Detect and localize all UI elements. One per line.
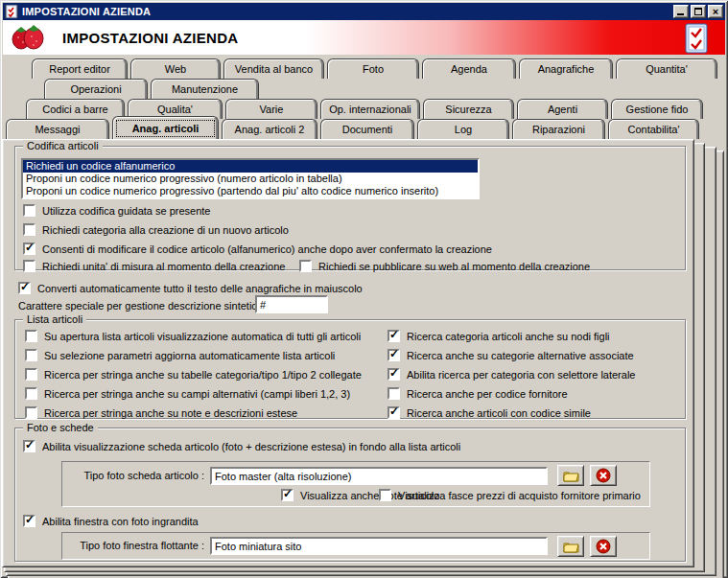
clear-foto-scheda-button[interactable] xyxy=(590,465,617,486)
checkbox-codice-simile: ✓ Ricerca anche articoli con codice simi… xyxy=(387,406,591,420)
tab-quantita[interactable]: Quantita' xyxy=(616,58,717,79)
tab-vendita-al-banco[interactable]: Vendita al banco xyxy=(223,58,324,79)
tipo-foto-flottante-label: Tipo foto finestra flottante : xyxy=(72,540,204,551)
codice-fornitore-checkbox[interactable] xyxy=(387,387,400,400)
carattere-speciale-label: Carattere speciale per gestione descrizi… xyxy=(18,300,269,312)
codifica-guidata-checkbox[interactable] xyxy=(23,204,35,217)
page-title: IMPOSTAZIONI AZIENDA xyxy=(62,30,239,46)
checkbox-codifica-guidata: Utilizza codifica guidata se presente xyxy=(23,204,210,218)
selezione-parametri-checkbox[interactable] xyxy=(25,349,37,361)
carattere-speciale-input[interactable] xyxy=(255,295,328,313)
maximize-button[interactable] xyxy=(691,5,706,18)
visualizza-note-checkbox[interactable]: ✓ xyxy=(281,489,294,501)
tab-operazioni[interactable]: Operazioni xyxy=(44,79,148,99)
tab-varie[interactable]: Varie xyxy=(225,99,317,119)
checkbox-richiedi-categoria: Richiedi categoria alla creazione di un … xyxy=(23,223,289,237)
group-foto-e-schede: Foto e schede ✓ Abilita visualizzazione … xyxy=(14,428,686,562)
list-item[interactable]: Richiedi un codice alfanumerico xyxy=(23,160,478,173)
checklist-icon xyxy=(685,23,708,54)
minimize-button[interactable] xyxy=(673,5,689,18)
tab-messaggi[interactable]: Messaggi xyxy=(6,119,109,139)
tab-agenti[interactable]: Agenti xyxy=(517,99,608,119)
header-band: IMPOSTAZIONI AZIENDA xyxy=(3,20,725,55)
codice-simile-checkbox[interactable]: ✓ xyxy=(387,406,400,419)
panel-tipo-foto-scheda: Tipo foto scheda articolo : ✓ xyxy=(61,461,650,507)
group-foto-label: Foto e schede xyxy=(23,422,98,434)
tab-manutenzione[interactable]: Manutenzione xyxy=(151,79,259,99)
clear-foto-flottante-button[interactable] xyxy=(590,536,617,557)
checkbox-converti-maiuscolo: ✓ Converti automaticamente tutto il test… xyxy=(18,282,363,295)
strawberries-icon xyxy=(11,24,45,51)
tipo-foto-flottante-input[interactable] xyxy=(210,537,548,555)
ricerca-campi-checkbox[interactable] xyxy=(25,387,37,400)
checkbox-richiedi-unita-misura: Richiedi unita' di misura al momento del… xyxy=(23,260,285,273)
tab-report-editor[interactable]: Report editor xyxy=(32,58,128,79)
tab-foto[interactable]: Foto xyxy=(327,58,419,79)
tab-anag-articoli[interactable]: Anag. articoli xyxy=(112,116,219,139)
abilita-scheda-checkbox[interactable]: ✓ xyxy=(23,440,35,452)
close-icon: × xyxy=(709,5,722,18)
codifica-listbox[interactable]: Richiedi un codice alfanumerico Proponi … xyxy=(21,158,480,199)
checkbox-selettore-laterale: ✓ Abilita ricerca per categoria con sele… xyxy=(387,368,635,381)
red-x-icon xyxy=(596,539,611,554)
checkbox-ricerca-nodi-figli: ✓ Ricerca categoria articoli anche su no… xyxy=(387,330,610,343)
browse-foto-scheda-button[interactable] xyxy=(557,465,584,486)
checkbox-ricerca-campi-alternativi: Ricerca per stringa anche su campi alter… xyxy=(25,387,350,401)
impostazioni-azienda-window: IMPOSTAZIONI AZIENDA × IMPOSTAZIONI AZIE… xyxy=(0,0,728,578)
checkbox-ricerca-note: Ricerca per stringa anche su note e desc… xyxy=(25,406,297,420)
selettore-laterale-checkbox[interactable]: ✓ xyxy=(387,368,400,381)
categorie-alternative-checkbox[interactable]: ✓ xyxy=(387,349,400,361)
consenti-modifica-checkbox[interactable]: ✓ xyxy=(23,243,35,255)
tab-row-2: Operazioni Manutenzione xyxy=(44,79,262,99)
maximize-icon xyxy=(694,8,702,15)
checkbox-selezione-parametri: Su selezione parametri aggiorna automati… xyxy=(25,349,335,362)
converti-maiuscolo-checkbox[interactable]: ✓ xyxy=(18,282,31,294)
list-item[interactable]: Proponi un codice numerico progressivo (… xyxy=(23,173,478,185)
ricerca-tabelle-checkbox[interactable] xyxy=(25,368,37,381)
ricerca-nodi-figli-checkbox[interactable]: ✓ xyxy=(387,330,400,342)
apertura-lista-checkbox[interactable] xyxy=(25,330,37,342)
title-bar: IMPOSTAZIONI AZIENDA × xyxy=(3,3,725,20)
tab-codici-a-barre[interactable]: Codici a barre xyxy=(26,99,125,119)
checkbox-apertura-lista: Su apertura lista articoli visualizzazio… xyxy=(25,330,361,343)
tab-log[interactable]: Log xyxy=(417,119,509,139)
tab-web[interactable]: Web xyxy=(130,58,221,79)
minimize-icon xyxy=(677,13,684,15)
panel-tipo-foto-flottante: Tipo foto finestra flottante : xyxy=(61,532,650,560)
tab-row-1: Report editor Web Vendita al banco Foto … xyxy=(32,58,720,79)
tab-sicurezza[interactable]: Sicurezza xyxy=(423,99,514,119)
checkbox-abilita-scheda-articolo: ✓ Abilita visualizzazione scheda articol… xyxy=(23,440,460,453)
tab-row-4: Messaggi Anag. articoli Anag. articoli 2… xyxy=(6,119,702,139)
folder-icon xyxy=(563,470,579,482)
group-lista-articoli: Lista articoli Su apertura lista articol… xyxy=(14,319,686,419)
list-item[interactable]: Proponi un codice numerico progressivo (… xyxy=(23,185,478,197)
tab-riparazioni[interactable]: Riparazioni xyxy=(512,119,605,139)
checkbox-codice-fornitore: Ricerca anche per codice fornitore xyxy=(387,387,568,401)
tab-contabilita[interactable]: Contabilita' xyxy=(608,119,699,139)
tab-gestione-fido[interactable]: Gestione fido xyxy=(611,99,703,119)
tab-anagrafiche[interactable]: Anagrafiche xyxy=(519,58,613,79)
close-button[interactable]: × xyxy=(708,5,723,18)
richiedi-unita-checkbox[interactable] xyxy=(23,260,35,272)
checkbox-categorie-alternative: ✓ Ricerca anche su categorie alternative… xyxy=(387,349,634,362)
folder-icon xyxy=(563,541,579,553)
red-x-icon xyxy=(596,468,611,483)
checkbox-ricerca-tabelle: Ricerca per stringa anche su tabelle cat… xyxy=(25,368,362,381)
checkbox-abilita-finestra-foto: ✓ Abilita finestra con foto ingrandita xyxy=(23,515,199,528)
ricerca-note-checkbox[interactable] xyxy=(25,406,37,419)
group-lista-label: Lista articoli xyxy=(23,313,86,326)
tab-documenti[interactable]: Documenti xyxy=(320,119,414,139)
pubblica-web-checkbox[interactable] xyxy=(299,260,312,272)
tab-op-internazionali[interactable]: Op. internazionali xyxy=(320,99,420,119)
richiedi-categoria-checkbox[interactable] xyxy=(23,223,35,236)
checkbox-consenti-modifica-codice: ✓ Consenti di modificare il codice artic… xyxy=(23,243,492,256)
checkbox-pubblica-web: Richiedi se pubblicare su web al momento… xyxy=(299,260,590,273)
tab-anag-articoli-2[interactable]: Anag. articoli 2 xyxy=(222,119,317,139)
tipo-foto-scheda-label: Tipo foto scheda articolo : xyxy=(72,470,204,481)
tab-agenda[interactable]: Agenda xyxy=(422,58,516,79)
tipo-foto-scheda-input[interactable] xyxy=(210,467,548,485)
visualizza-fasce-checkbox[interactable] xyxy=(379,489,391,501)
browse-foto-flottante-button[interactable] xyxy=(557,536,584,557)
abilita-finestra-checkbox[interactable]: ✓ xyxy=(23,515,35,527)
app-checklist-icon xyxy=(5,5,18,18)
